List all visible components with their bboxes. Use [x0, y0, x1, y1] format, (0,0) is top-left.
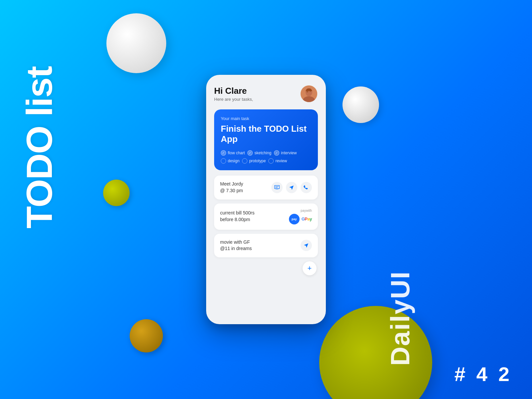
gpay-circle-icon: pay	[289, 214, 300, 224]
tag-dot-design	[221, 158, 226, 164]
main-task-label: Your main task	[221, 116, 311, 121]
tag-design: design	[221, 158, 239, 164]
navigate-icon[interactable]	[286, 182, 297, 193]
phone-header: Hi Clare Here are your tasks,	[214, 85, 318, 103]
tag-label-sketching: sketching	[254, 151, 271, 155]
task-actions-meet-jordy	[271, 182, 312, 193]
main-task-title: Finish the TODO List App	[221, 124, 311, 144]
tags-row: ✓ flow chart ✓ sketching ✓ interview des…	[221, 150, 311, 164]
task-item-bill: current bill 500rsbefore 8.00pm paywith …	[214, 203, 318, 230]
greeting-text: Hi Clare	[214, 86, 253, 96]
tag-label-design: design	[228, 159, 239, 163]
tag-dot-sketching: ✓	[247, 150, 253, 156]
tag-label-prototype: prototype	[249, 159, 266, 163]
gpay-logo: GPay	[302, 216, 312, 221]
branding-number: # 4 2	[455, 363, 512, 386]
add-task-button[interactable]: +	[303, 261, 317, 275]
tag-sketching: ✓ sketching	[247, 150, 271, 156]
tag-review: review	[268, 158, 287, 164]
tag-interview: ✓ interview	[274, 150, 297, 156]
message-icon[interactable]	[271, 182, 283, 193]
pay-with-label: paywith	[301, 209, 312, 212]
tag-label-flow-chart: flow chart	[228, 151, 245, 155]
decorative-circle-yellow-small	[103, 180, 130, 206]
avatar-image	[301, 85, 317, 103]
tag-label-interview: interview	[281, 151, 297, 155]
greeting-section: Hi Clare Here are your tasks,	[214, 86, 253, 102]
phone-mockup: Hi Clare Here are your tasks, Your main …	[206, 75, 326, 324]
tag-dot-prototype	[242, 158, 247, 164]
tag-flow-chart: ✓ flow chart	[221, 150, 245, 156]
task-text-meet-jordy: Meet Jordy@ 7.30 pm	[220, 181, 243, 194]
task-text-movie: movie with GF@11 in dreams	[220, 239, 252, 252]
user-avatar[interactable]	[300, 85, 318, 103]
tag-dot-flow-chart: ✓	[221, 150, 226, 156]
branding-name: DailyUI	[385, 271, 416, 366]
task-actions-movie	[301, 240, 312, 251]
main-task-card[interactable]: Your main task Finish the TODO List App …	[214, 109, 318, 170]
decorative-circle-gold-bottom	[130, 319, 163, 352]
decorative-circle-white-top	[106, 13, 166, 73]
pay-icons[interactable]: pay GPay	[289, 214, 312, 224]
pay-section: paywith pay GPay	[289, 209, 312, 224]
svg-rect-5	[275, 185, 280, 189]
phone-icon[interactable]	[301, 182, 312, 193]
tag-dot-review	[268, 158, 274, 164]
app-title: TODO list	[20, 66, 59, 228]
add-button-container: +	[214, 261, 318, 275]
decorative-circle-white-right	[342, 86, 379, 123]
task-item-movie: movie with GF@11 in dreams	[214, 234, 318, 257]
task-text-bill: current bill 500rsbefore 8.00pm	[220, 210, 255, 223]
greeting-subtitle: Here are your tasks,	[214, 97, 253, 102]
task-item-meet-jordy: Meet Jordy@ 7.30 pm	[214, 176, 318, 199]
tag-label-review: review	[275, 159, 287, 163]
tag-dot-interview: ✓	[274, 150, 279, 156]
navigate-icon-movie[interactable]	[301, 240, 312, 251]
tag-prototype: prototype	[242, 158, 266, 164]
